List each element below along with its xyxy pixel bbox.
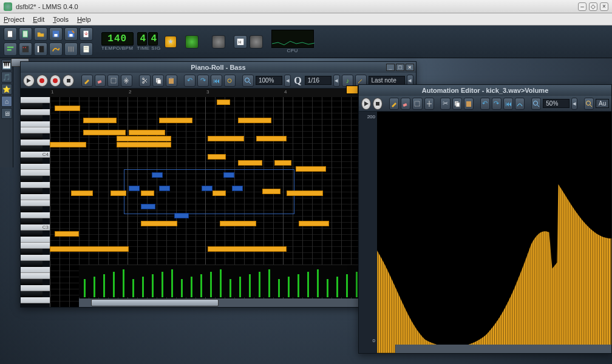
note[interactable] xyxy=(208,154,226,160)
velocity-bar[interactable] xyxy=(123,269,124,297)
note[interactable] xyxy=(238,118,271,123)
automation-hscroll[interactable] xyxy=(395,345,611,353)
note[interactable] xyxy=(208,246,287,252)
black-key[interactable] xyxy=(21,133,42,140)
white-key[interactable] xyxy=(21,237,50,243)
velocity-bar[interactable] xyxy=(268,269,270,297)
note[interactable] xyxy=(208,136,244,141)
note-length-field[interactable] xyxy=(369,76,405,85)
note-selected[interactable] xyxy=(152,172,163,178)
piano-roll-titlebar[interactable]: Piano-Roll - Bass _ □ × xyxy=(21,62,416,73)
record-button[interactable] xyxy=(36,75,48,87)
velocity-bar[interactable] xyxy=(327,279,328,297)
skip-back-button[interactable]: ⏮ xyxy=(211,75,222,87)
velocity-bar[interactable] xyxy=(191,277,192,297)
auto-skip-back-button[interactable]: ⏮ xyxy=(503,98,513,110)
white-key[interactable] xyxy=(21,121,50,127)
song-editor-button[interactable] xyxy=(4,42,17,56)
auto-copy-button[interactable] xyxy=(452,98,462,110)
tempo-display[interactable]: 140 xyxy=(101,32,134,46)
white-key[interactable] xyxy=(21,109,50,115)
note[interactable] xyxy=(117,136,171,141)
new-template-button[interactable] xyxy=(19,27,32,41)
export-button[interactable] xyxy=(80,27,93,41)
play-button[interactable] xyxy=(23,75,35,87)
quantize-spinner[interactable]: ◂ xyxy=(333,75,340,87)
velocity-bar[interactable] xyxy=(84,279,86,297)
piano-hscroll-thumb[interactable] xyxy=(91,299,219,306)
white-key[interactable]: C4 xyxy=(21,152,50,158)
note[interactable] xyxy=(55,106,80,111)
note[interactable] xyxy=(110,190,126,196)
note[interactable] xyxy=(287,190,323,196)
black-key[interactable] xyxy=(21,206,42,212)
auto-stop-button[interactable] xyxy=(373,98,382,110)
open-project-button[interactable] xyxy=(34,27,47,41)
new-project-button[interactable] xyxy=(4,27,17,41)
home-tab[interactable]: ⌂ xyxy=(1,96,12,107)
white-key[interactable] xyxy=(21,127,50,133)
velocity-bar[interactable] xyxy=(132,279,134,297)
white-key[interactable] xyxy=(21,255,50,261)
menu-edit[interactable]: Edit xyxy=(33,16,44,23)
bb-editor-button[interactable] xyxy=(19,42,32,56)
zoom-spinner[interactable]: ◂ xyxy=(284,75,291,87)
velocity-bar[interactable] xyxy=(113,272,115,297)
velocity-bar[interactable] xyxy=(307,272,309,297)
black-key[interactable] xyxy=(21,103,42,109)
velocity-bar[interactable] xyxy=(288,277,290,297)
white-key[interactable] xyxy=(21,273,50,279)
note-selected[interactable] xyxy=(174,213,189,218)
white-key[interactable] xyxy=(21,97,50,103)
black-key[interactable] xyxy=(21,279,42,285)
save-as-button[interactable] xyxy=(64,27,78,41)
velocity-bar[interactable] xyxy=(249,274,251,297)
auto-redo-button[interactable]: ↷ xyxy=(492,98,501,110)
note[interactable] xyxy=(262,189,280,194)
timesig-den-display[interactable]: 4 xyxy=(148,32,158,46)
piano-roll-button[interactable] xyxy=(34,42,47,56)
note[interactable] xyxy=(141,221,177,226)
velocity-bar[interactable] xyxy=(356,272,358,297)
velocity-bar[interactable] xyxy=(142,277,144,297)
samples-tab[interactable]: 🎵 xyxy=(1,72,12,83)
paste-button[interactable] xyxy=(166,75,177,87)
note[interactable] xyxy=(238,160,262,166)
note[interactable] xyxy=(50,142,86,147)
cut-button[interactable] xyxy=(139,75,151,87)
note-selected[interactable] xyxy=(159,186,170,191)
white-key[interactable] xyxy=(21,200,50,206)
white-key[interactable] xyxy=(21,170,50,176)
note[interactable] xyxy=(274,160,291,166)
black-key[interactable] xyxy=(21,261,42,267)
auto-select-tool[interactable] xyxy=(412,98,422,110)
auto-draw-tool[interactable] xyxy=(389,98,399,110)
note-selected[interactable] xyxy=(232,186,243,191)
note[interactable] xyxy=(83,118,117,123)
automation-graph[interactable] xyxy=(377,112,611,353)
white-key[interactable] xyxy=(21,267,50,273)
white-key[interactable] xyxy=(21,285,50,291)
black-key[interactable] xyxy=(21,146,42,152)
velocity-bar[interactable] xyxy=(162,272,163,297)
auto-zoom-field[interactable] xyxy=(543,99,570,108)
note[interactable] xyxy=(220,221,256,226)
detune-tool[interactable] xyxy=(121,75,132,87)
auto-undo-button[interactable]: ↶ xyxy=(480,98,490,110)
velocity-bar[interactable] xyxy=(278,279,280,297)
auto-limiter-knob[interactable] xyxy=(250,35,263,49)
white-key[interactable] xyxy=(21,140,50,146)
loop-button[interactable] xyxy=(224,75,236,87)
velocity-bar[interactable] xyxy=(93,277,95,297)
piano-roll-maximize[interactable]: □ xyxy=(396,64,404,71)
presets-tab[interactable]: ⭐ xyxy=(1,84,12,95)
piano-roll-close[interactable]: × xyxy=(406,64,414,71)
hq-mode-button[interactable]: H xyxy=(234,35,247,49)
velocity-bar[interactable] xyxy=(220,269,222,297)
os-close-button[interactable]: × xyxy=(600,2,608,11)
piano-roll-minimize[interactable]: _ xyxy=(386,64,395,71)
automation-editor-button[interactable] xyxy=(49,42,63,56)
favorite-button[interactable]: ★ xyxy=(165,36,177,48)
quantize-field[interactable] xyxy=(305,76,332,85)
automation-titlebar[interactable]: Automation Editor - kick_3.wav>Volume xyxy=(359,85,611,96)
